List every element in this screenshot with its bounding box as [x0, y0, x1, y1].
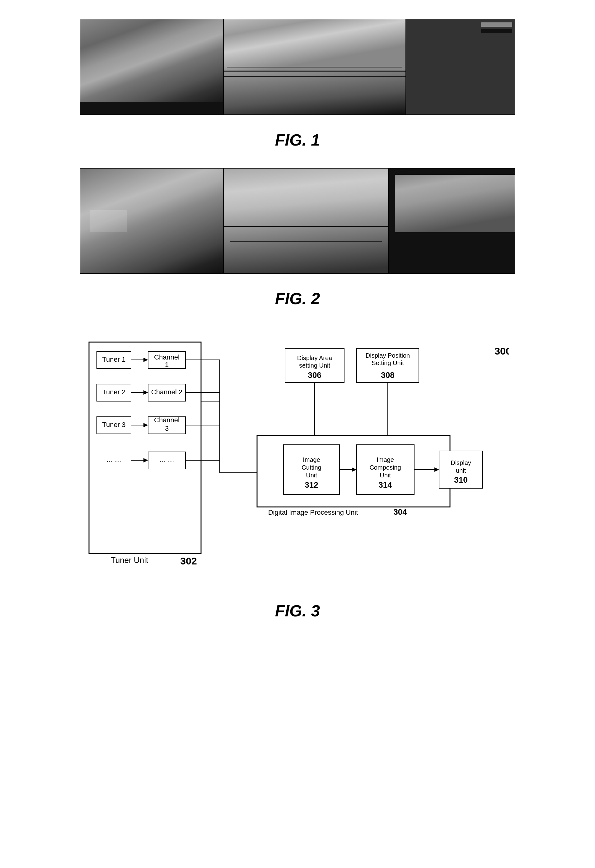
- svg-text:Tuner 2: Tuner 2: [102, 388, 126, 396]
- svg-rect-0: [89, 342, 201, 554]
- svg-text:300: 300: [494, 345, 509, 357]
- svg-text:306: 306: [308, 371, 321, 380]
- fig1-image: [80, 19, 515, 115]
- fig1-panel-mid-top: [224, 19, 406, 72]
- svg-text:302: 302: [180, 555, 197, 567]
- fig1-icon-bar2: [481, 29, 512, 33]
- svg-text:unit: unit: [456, 467, 466, 474]
- svg-marker-17: [144, 423, 148, 427]
- svg-text:Unit: Unit: [380, 472, 391, 478]
- fig2-image: [80, 168, 515, 274]
- fig1-panel-right: [406, 19, 515, 114]
- fig2-panel-right: [389, 168, 515, 273]
- fig1-panel-left: [80, 19, 224, 114]
- fig1-panel-mid-bot: [224, 72, 406, 114]
- fig2-panel-right-inner: [395, 175, 515, 232]
- fig3-label: FIG. 3: [275, 601, 320, 620]
- svg-text:Tuner 1: Tuner 1: [102, 356, 126, 363]
- svg-text:Channel 2: Channel 2: [151, 388, 182, 396]
- svg-text:Channel: Channel: [154, 353, 179, 361]
- svg-text:Unit: Unit: [306, 472, 317, 478]
- fig1-container: [80, 19, 515, 115]
- svg-text:... ...: ... ...: [160, 455, 174, 464]
- svg-text:310: 310: [454, 475, 468, 484]
- svg-text:Setting Unit: Setting Unit: [372, 360, 404, 366]
- svg-text:Channel: Channel: [154, 416, 179, 424]
- fig2-container: [80, 168, 515, 274]
- fig1-label: FIG. 1: [275, 131, 320, 149]
- svg-text:Composing: Composing: [369, 464, 401, 471]
- fig2-panel-left: [80, 168, 224, 273]
- svg-text:Tuner 3: Tuner 3: [102, 421, 126, 428]
- fig3-svg: Tuner 1 Channel 1 Tuner 2 Channel 2: [86, 339, 509, 572]
- page-container: FIG. 1 FIG. 2 Tuner 1: [0, 0, 595, 868]
- svg-text:314: 314: [378, 480, 392, 490]
- svg-marker-23: [144, 458, 148, 462]
- svg-text:308: 308: [381, 371, 394, 380]
- fig3-container: Tuner 1 Channel 1 Tuner 2 Channel 2: [80, 326, 515, 586]
- svg-marker-11: [144, 390, 148, 395]
- svg-text:Display: Display: [451, 459, 471, 466]
- fig1-icon-bar1: [481, 22, 512, 27]
- svg-text:setting Unit: setting Unit: [299, 362, 330, 369]
- svg-text:304: 304: [393, 507, 407, 517]
- svg-text:Display Position: Display Position: [366, 352, 410, 359]
- svg-text:312: 312: [305, 480, 318, 490]
- svg-text:Image: Image: [376, 456, 394, 463]
- svg-text:Image: Image: [303, 456, 320, 463]
- svg-text:Tuner Unit: Tuner Unit: [111, 555, 148, 565]
- svg-marker-4: [144, 358, 148, 362]
- svg-text:Cutting: Cutting: [302, 464, 321, 471]
- fig2-label: FIG. 2: [275, 289, 320, 308]
- svg-text:3: 3: [165, 425, 169, 432]
- fig1-panel-mid: [224, 19, 406, 114]
- svg-text:Display Area: Display Area: [297, 354, 332, 362]
- svg-text:... ...: ... ...: [107, 455, 121, 464]
- svg-text:1: 1: [165, 361, 169, 369]
- svg-text:Digital Image Processing Unit: Digital Image Processing Unit: [268, 508, 358, 516]
- fig3-diagram: Tuner 1 Channel 1 Tuner 2 Channel 2: [80, 326, 515, 586]
- fig2-panel-mid: [224, 168, 389, 273]
